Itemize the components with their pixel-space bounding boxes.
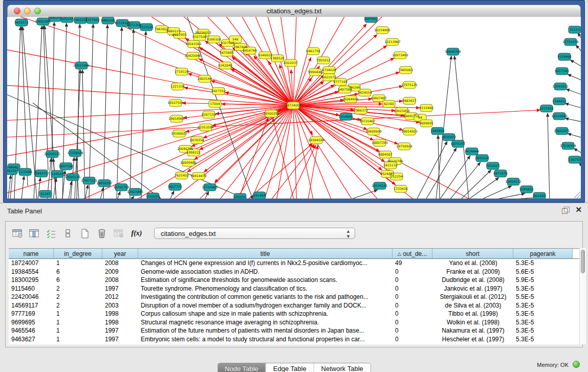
table-cell[interactable]: 6 xyxy=(54,276,102,285)
table-row[interactable]: 946362711997Embryonic stem cells: a mode… xyxy=(9,335,579,344)
function-builder-icon[interactable]: f(x) xyxy=(128,226,145,240)
table-row[interactable]: 1938455462009Genome-wide association stu… xyxy=(9,268,579,276)
table-cell[interactable]: 0 xyxy=(393,335,432,344)
table-row[interactable]: 1830029562008Estimation of significance … xyxy=(9,276,579,285)
column-header-pagerank[interactable]: pagerank xyxy=(513,249,573,258)
table-cell[interactable]: Embryonic stem cells: a model to study s… xyxy=(138,335,393,344)
table-cell[interactable]: 22420046 xyxy=(9,293,54,301)
network-window-titlebar[interactable]: citations_edges.txt xyxy=(7,5,581,17)
table-cell[interactable]: 18300295 xyxy=(9,276,54,285)
table-cell[interactable]: Wolkin et al. (1998) xyxy=(432,318,513,327)
table-cell[interactable]: Estimation of the future numbers of pati… xyxy=(138,326,393,335)
table-cell[interactable]: 1997 xyxy=(102,285,138,293)
table-row[interactable]: 946554611997Estimation of the future num… xyxy=(9,326,579,335)
import-table-icon[interactable]: x xyxy=(111,226,126,240)
table-cell[interactable]: 0 xyxy=(393,301,432,310)
column-header-out_de[interactable]: △out_de... xyxy=(393,249,432,258)
table-cell[interactable]: 1998 xyxy=(102,310,138,318)
table-cell[interactable]: 9699695 xyxy=(9,318,54,327)
close-panel-icon[interactable]: ✕ xyxy=(575,205,582,214)
select-columns-icon[interactable]: ✓✓✓ xyxy=(43,226,59,240)
table-cell[interactable]: 18724007 xyxy=(9,259,54,268)
table-cell[interactable]: 5.5E-5 xyxy=(513,293,573,301)
table-cell[interactable]: 49 xyxy=(393,259,432,268)
table-cell[interactable]: 2 xyxy=(54,285,102,293)
table-cell[interactable]: Jankovic et al. (1997) xyxy=(432,285,513,293)
table-cell[interactable]: 1 xyxy=(54,335,102,344)
table-cell[interactable]: 5.3E-5 xyxy=(513,335,573,344)
table-cell[interactable]: 2012 xyxy=(102,293,138,301)
table-cell[interactable]: Genome-wide association studies in ADHD. xyxy=(138,268,393,276)
table-cell[interactable]: Disruption of a novel member of a sodium… xyxy=(138,301,393,310)
table-cell[interactable]: 0 xyxy=(393,326,432,335)
table-cell[interactable]: 19384554 xyxy=(9,268,54,276)
table-cell[interactable]: Yano et al. (2008) xyxy=(432,259,513,268)
memory-ok-icon[interactable] xyxy=(573,361,580,368)
network-canvas[interactable]: 1872400799129551822605393275068186328932… xyxy=(7,17,581,199)
table-cell[interactable]: 1 xyxy=(54,318,102,327)
table-cell[interactable]: 2003 xyxy=(102,301,138,310)
table-settings-icon[interactable] xyxy=(10,226,25,240)
table-cell[interactable]: 1 xyxy=(54,310,102,318)
column-header-short[interactable]: short xyxy=(432,249,513,258)
table-cell[interactable]: 0 xyxy=(393,293,432,301)
table-cell[interactable]: 9463627 xyxy=(9,335,54,344)
table-cell[interactable]: 1997 xyxy=(102,326,138,335)
table-cell[interactable]: 9777169 xyxy=(9,310,54,318)
table-cell[interactable]: Investigating the contribution of common… xyxy=(138,293,393,301)
table-cell[interactable]: 2009 xyxy=(102,268,138,276)
table-cell[interactable]: 2008 xyxy=(102,259,138,268)
float-panel-icon[interactable] xyxy=(562,207,570,214)
table-select-dropdown[interactable]: citations_edges.txt ▲▼ xyxy=(154,228,355,239)
table-cell[interactable]: Dudbridge et al. (2008) xyxy=(432,276,513,285)
table-cell[interactable]: Franke et al. (2009) xyxy=(432,268,513,276)
table-cell[interactable]: 5.3E-5 xyxy=(513,310,573,318)
column-header-year[interactable]: year xyxy=(102,249,138,258)
table-scrollbar[interactable] xyxy=(579,248,586,344)
table-cell[interactable]: 5.6E-5 xyxy=(513,268,573,276)
show-columns-icon[interactable] xyxy=(27,226,42,240)
table-cell[interactable]: 6 xyxy=(54,268,102,276)
table-cell[interactable]: 0 xyxy=(393,276,432,285)
table-cell[interactable]: Tibbo et al. (1998) xyxy=(432,310,513,318)
table-cell[interactable]: de Silva et al. (2003) xyxy=(432,301,513,310)
table-cell[interactable]: 9115460 xyxy=(9,285,54,293)
new-column-icon[interactable] xyxy=(77,226,93,240)
table-cell[interactable]: Changes of HCN gene expression and I(f) … xyxy=(138,259,393,268)
table-row[interactable]: 977716911998Corpus callosum shape and si… xyxy=(9,310,579,318)
table-cell[interactable]: 2 xyxy=(54,293,102,301)
column-header-title[interactable]: title xyxy=(138,249,393,258)
table-cell[interactable]: Structural magnetic resonance image aver… xyxy=(138,318,393,327)
table-cell[interactable]: Corpus callosum shape and size in male p… xyxy=(138,310,393,318)
column-header-in_degree[interactable]: in_degree xyxy=(54,249,102,258)
table-cell[interactable]: 9465546 xyxy=(9,326,54,335)
table-cell[interactable]: 5.9E-5 xyxy=(513,276,573,285)
table-cell[interactable]: 0 xyxy=(393,285,432,293)
table-cell[interactable]: 0 xyxy=(393,310,432,318)
table-cell[interactable]: 5.3E-5 xyxy=(513,318,573,327)
table-cell[interactable]: Tourette syndrome. Phenomenology and cla… xyxy=(138,285,393,293)
table-cell[interactable]: 0 xyxy=(393,268,432,276)
table-cell[interactable]: 5.3E-5 xyxy=(513,285,573,293)
table-cell[interactable]: Nakamura et al. (1997) xyxy=(432,326,513,335)
table-row[interactable]: 1872400712008Changes of HCN gene express… xyxy=(9,259,579,268)
table-cell[interactable]: 1 xyxy=(54,259,102,268)
table-cell[interactable]: 2 xyxy=(54,301,102,310)
table-cell[interactable]: Hescheler et al. (1997) xyxy=(432,335,513,344)
table-cell[interactable]: Stergiakouli et al. (2012) xyxy=(432,293,513,301)
table-cell[interactable]: 5.3E-5 xyxy=(513,259,573,268)
table-cell[interactable]: 14569117 xyxy=(9,301,54,310)
column-header-name[interactable]: name xyxy=(9,249,54,258)
table-row[interactable]: 911546021997Tourette syndrome. Phenomeno… xyxy=(9,285,579,293)
table-cell[interactable]: 1997 xyxy=(102,335,138,344)
table-row[interactable]: 969969511998Structural magnetic resonanc… xyxy=(9,318,579,327)
table-cell[interactable]: 1998 xyxy=(102,318,138,327)
table-cell[interactable]: 5.3E-5 xyxy=(513,301,573,310)
table-cell[interactable]: 1 xyxy=(54,326,102,335)
table-cell[interactable]: 0 xyxy=(393,318,432,327)
scrollbar-thumb[interactable] xyxy=(581,250,585,273)
network-graph[interactable]: 1872400799129551822605393275068186328932… xyxy=(7,17,581,199)
table-cell[interactable]: 2008 xyxy=(102,276,138,285)
table-row[interactable]: 2242004622012Investigating the contribut… xyxy=(9,293,579,301)
table-row[interactable]: 1456911722003Disruption of a novel membe… xyxy=(9,301,579,310)
